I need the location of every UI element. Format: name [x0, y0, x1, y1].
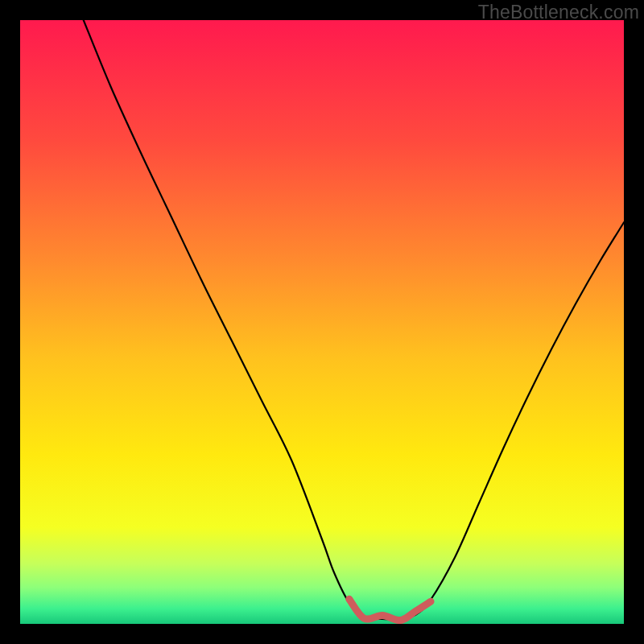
chart-background [20, 20, 624, 624]
watermark-text: TheBottleneck.com [478, 2, 639, 23]
chart-frame: TheBottleneck.com [0, 0, 644, 644]
chart-svg [20, 20, 624, 624]
plot-area [20, 20, 624, 624]
